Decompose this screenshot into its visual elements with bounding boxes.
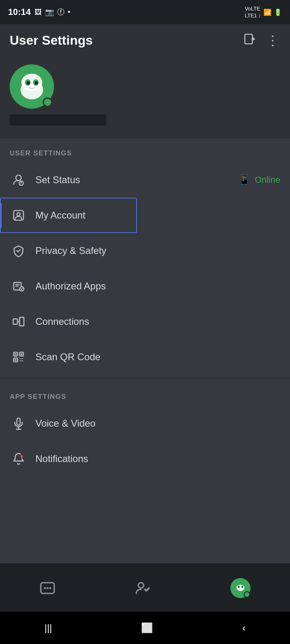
menu-item-connections[interactable]: Connections <box>0 304 290 339</box>
profile-section <box>0 56 290 138</box>
nav-item-friends[interactable] <box>135 580 151 596</box>
android-back-button[interactable]: ‹ <box>242 622 245 634</box>
status-bar: 10:14 🖼 📷 ⓕ • VoLTE LTE1 ↕ 📶 🔋 <box>0 0 290 24</box>
more-options-icon[interactable]: ⋮ <box>266 32 280 48</box>
svg-point-29 <box>47 587 49 589</box>
nav-item-profile[interactable] <box>230 578 251 598</box>
svg-point-7 <box>16 175 21 180</box>
header: User Settings ⋮ <box>0 24 290 56</box>
svg-point-12 <box>17 213 20 216</box>
my-account-label: My Account <box>35 210 85 221</box>
svg-point-10 <box>21 184 21 184</box>
svg-text:!: ! <box>21 455 22 458</box>
menu-item-set-status[interactable]: Set Status 📱 Online <box>0 162 290 198</box>
battery-icon: 🔋 <box>274 8 282 16</box>
avatar-status-indicator <box>43 97 52 107</box>
header-actions: ⋮ <box>243 32 280 48</box>
settings-content: USER SETTINGS Set Status 📱 Online <box>0 138 290 564</box>
dot-indicator: • <box>68 8 70 17</box>
menu-item-privacy-safety[interactable]: Privacy & Safety <box>0 233 290 268</box>
notifications-icon: ! <box>10 450 27 468</box>
status-bar-left: 10:14 🖼 📷 ⓕ • <box>8 7 70 17</box>
privacy-safety-label: Privacy & Safety <box>35 245 106 256</box>
svg-rect-18 <box>15 353 17 355</box>
svg-rect-20 <box>21 353 22 355</box>
svg-point-35 <box>238 586 239 588</box>
svg-rect-16 <box>20 317 24 326</box>
menu-item-notifications[interactable]: ! Notifications <box>0 441 290 477</box>
android-home-button[interactable]: ⬜ <box>141 622 153 634</box>
status-bar-right: VoLTE LTE1 ↕ 📶 🔋 <box>245 5 282 19</box>
signal-icon: 📶 <box>263 8 271 16</box>
svg-point-36 <box>242 586 243 588</box>
menu-item-scan-qr[interactable]: Scan QR Code <box>0 339 290 375</box>
menu-item-voice-video[interactable]: Voice & Video <box>0 406 290 441</box>
notifications-label: Notifications <box>35 453 88 464</box>
instagram-icon: 📷 <box>45 8 54 17</box>
status-icons: 🖼 📷 ⓕ • <box>35 7 70 17</box>
android-recent-button[interactable]: ||| <box>45 622 52 634</box>
avatar-wrapper <box>10 64 54 109</box>
svg-rect-22 <box>15 359 17 361</box>
user-settings-section-header: USER SETTINGS <box>0 138 290 162</box>
privacy-safety-icon <box>10 242 27 260</box>
set-status-label: Set Status <box>35 174 80 186</box>
status-time: 10:14 <box>8 7 31 17</box>
scan-qr-label: Scan QR Code <box>35 351 100 363</box>
app-settings-section-header: APP SETTINGS <box>0 382 290 406</box>
nav-item-chat[interactable] <box>39 580 56 596</box>
scan-qr-icon <box>10 348 27 366</box>
menu-item-authorized-apps[interactable]: Authorized Apps <box>0 268 290 304</box>
svg-point-5 <box>27 81 30 85</box>
svg-point-6 <box>35 81 38 85</box>
gallery-icon: 🖼 <box>35 8 42 17</box>
voice-video-label: Voice & Video <box>35 418 95 429</box>
svg-rect-0 <box>245 34 253 44</box>
android-nav: ||| ⬜ ‹ <box>0 612 290 644</box>
online-status-text: Online <box>255 175 280 185</box>
username-redacted <box>10 114 106 126</box>
page-title: User Settings <box>10 33 93 48</box>
settings-divider <box>0 378 290 378</box>
status-right: 📱 Online <box>238 174 280 186</box>
logout-icon[interactable] <box>243 33 256 48</box>
voice-video-icon <box>10 415 27 432</box>
svg-point-31 <box>138 582 143 588</box>
carrier-text: VoLTE LTE1 ↕ <box>245 5 261 19</box>
set-status-icon <box>10 171 27 189</box>
authorized-apps-icon <box>10 277 27 295</box>
menu-item-my-account[interactable]: My Account <box>0 198 290 233</box>
connections-label: Connections <box>35 316 89 327</box>
svg-rect-15 <box>13 319 18 324</box>
bottom-nav <box>0 564 290 612</box>
svg-point-28 <box>44 587 46 589</box>
svg-point-32 <box>236 585 244 591</box>
svg-point-30 <box>49 587 51 589</box>
my-account-icon <box>10 206 27 224</box>
phone-online-icon: 📱 <box>238 174 251 186</box>
facebook-icon: ⓕ <box>57 7 64 17</box>
connections-icon <box>10 313 27 330</box>
authorized-apps-label: Authorized Apps <box>35 281 106 292</box>
